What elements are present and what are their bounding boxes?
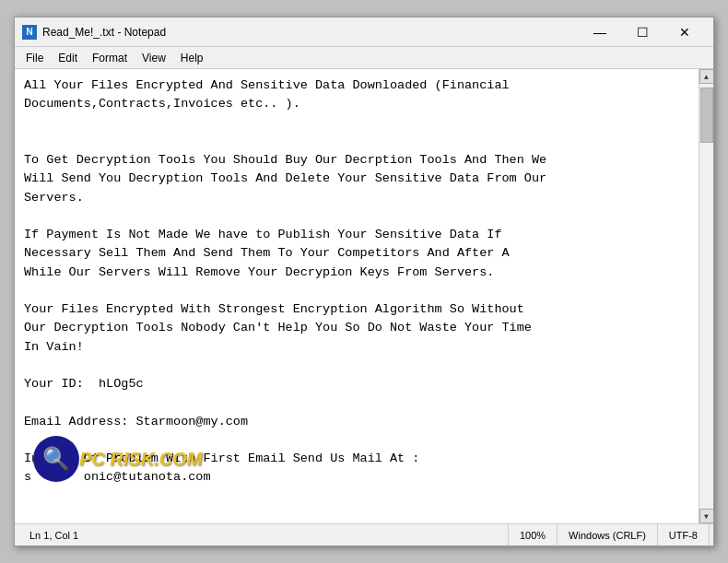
app-icon: N bbox=[22, 25, 37, 40]
encoding: UTF-8 bbox=[658, 524, 710, 545]
encoding-text: UTF-8 bbox=[669, 530, 698, 541]
menu-view[interactable]: View bbox=[135, 50, 173, 66]
position-text: Ln 1, Col 1 bbox=[29, 530, 78, 541]
editor-container: ▲ ▼ 🔍 PC RISK.COM bbox=[15, 69, 713, 523]
window-title: Read_Me!_.txt - Notepad bbox=[42, 26, 579, 39]
status-bar: Ln 1, Col 1 100% Windows (CRLF) UTF-8 bbox=[15, 523, 713, 545]
zoom-level: 100% bbox=[509, 524, 558, 545]
line-ending-text: Windows (CRLF) bbox=[569, 530, 646, 541]
menu-edit[interactable]: Edit bbox=[51, 50, 85, 66]
scroll-down-button[interactable]: ▼ bbox=[699, 509, 714, 523]
menu-file[interactable]: File bbox=[18, 50, 51, 66]
scroll-thumb[interactable] bbox=[700, 88, 713, 143]
title-bar: N Read_Me!_.txt - Notepad — ☐ ✕ bbox=[15, 18, 713, 47]
scroll-up-button[interactable]: ▲ bbox=[699, 69, 714, 84]
menu-format[interactable]: Format bbox=[85, 50, 135, 66]
editor-area: ▲ ▼ bbox=[15, 69, 713, 523]
minimize-button[interactable]: — bbox=[579, 18, 621, 47]
notepad-window: N Read_Me!_.txt - Notepad — ☐ ✕ File Edi… bbox=[14, 17, 714, 546]
line-ending: Windows (CRLF) bbox=[558, 524, 658, 545]
menu-bar: File Edit Format View Help bbox=[15, 47, 713, 69]
window-controls: — ☐ ✕ bbox=[579, 18, 706, 47]
text-editor[interactable] bbox=[15, 69, 699, 523]
menu-help[interactable]: Help bbox=[173, 50, 211, 66]
vertical-scrollbar[interactable]: ▲ ▼ bbox=[699, 69, 713, 523]
cursor-position: Ln 1, Col 1 bbox=[18, 524, 509, 545]
zoom-text: 100% bbox=[520, 530, 546, 541]
maximize-button[interactable]: ☐ bbox=[621, 18, 663, 47]
app-icon-letter: N bbox=[26, 27, 32, 37]
close-button[interactable]: ✕ bbox=[663, 18, 706, 47]
scroll-track[interactable] bbox=[699, 84, 713, 509]
